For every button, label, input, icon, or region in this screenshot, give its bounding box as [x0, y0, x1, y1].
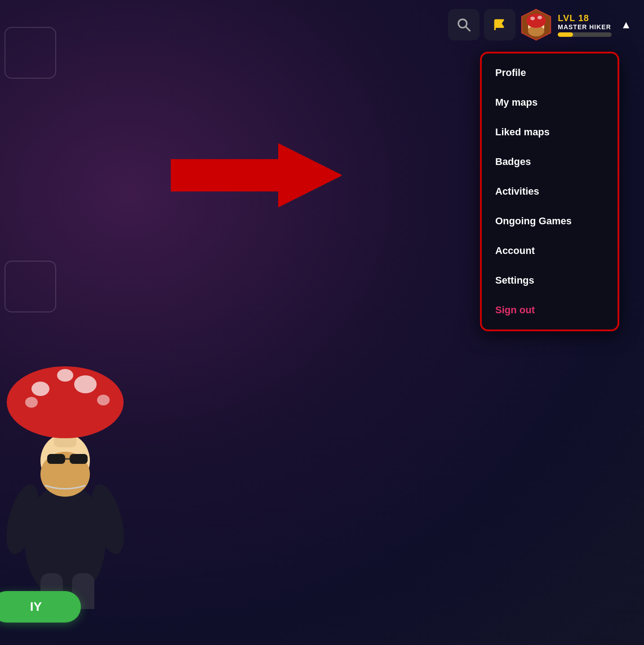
- play-button-label: IY: [30, 600, 42, 614]
- menu-item-activities[interactable]: Activities: [482, 177, 617, 206]
- user-level: LVL 18: [558, 13, 589, 23]
- user-rank: MASTER HIKER: [558, 23, 611, 31]
- menu-item-profile[interactable]: Profile: [482, 58, 617, 88]
- flag-button[interactable]: [484, 9, 515, 40]
- menu-item-ongoing-games[interactable]: Ongoing Games: [482, 206, 617, 236]
- svg-point-27: [526, 13, 546, 28]
- menu-item-account[interactable]: Account: [482, 236, 617, 266]
- svg-point-16: [97, 395, 110, 405]
- chevron-up-button[interactable]: ▲: [617, 15, 635, 35]
- user-dropdown-menu: ProfileMy mapsLiked mapsBadgesActivities…: [480, 52, 619, 331]
- svg-rect-7: [47, 454, 65, 464]
- xp-bar: [558, 32, 612, 37]
- navbar: LVL 18 MASTER HIKER ▲: [0, 0, 644, 49]
- svg-point-13: [74, 375, 97, 393]
- svg-rect-8: [70, 454, 88, 464]
- annotation-arrow: [171, 139, 342, 213]
- svg-point-14: [57, 369, 73, 382]
- svg-point-12: [31, 382, 49, 396]
- menu-item-liked-maps[interactable]: Liked maps: [482, 117, 617, 147]
- menu-item-my-maps[interactable]: My maps: [482, 88, 617, 117]
- xp-fill: [558, 32, 573, 37]
- search-button[interactable]: [448, 9, 480, 40]
- menu-item-settings[interactable]: Settings: [482, 266, 617, 295]
- user-profile-button[interactable]: LVL 18 MASTER HIKER ▲: [520, 9, 635, 41]
- play-button[interactable]: IY: [0, 591, 81, 623]
- svg-point-15: [25, 397, 38, 408]
- search-icon: [457, 18, 471, 32]
- svg-point-29: [537, 16, 542, 19]
- menu-item-badges[interactable]: Badges: [482, 147, 617, 177]
- chevron-up-icon: ▲: [621, 18, 631, 31]
- svg-line-19: [466, 27, 470, 31]
- avatar: [520, 9, 552, 41]
- user-info: LVL 18 MASTER HIKER: [558, 13, 612, 37]
- flag-icon: [493, 18, 507, 32]
- svg-rect-24: [520, 9, 527, 14]
- menu-item-sign-out[interactable]: Sign out: [482, 295, 617, 325]
- character-illustration: [0, 205, 139, 609]
- svg-marker-17: [171, 144, 342, 207]
- svg-point-28: [530, 17, 535, 20]
